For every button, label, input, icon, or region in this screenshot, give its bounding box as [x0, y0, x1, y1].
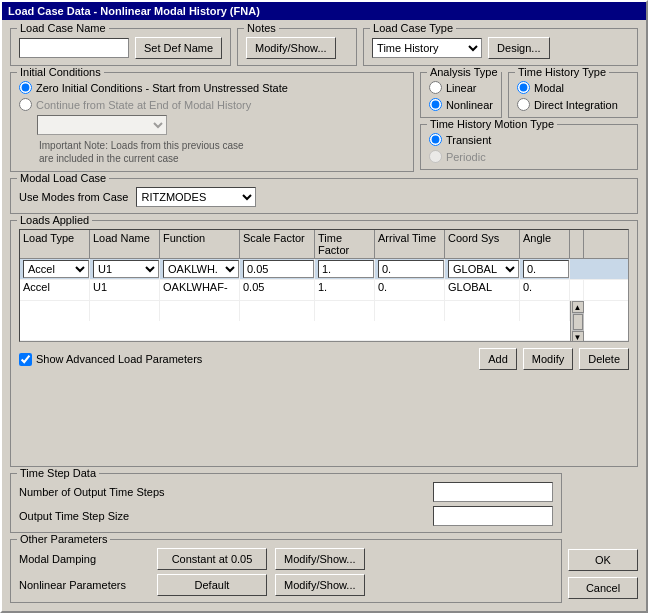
row1-angle-input[interactable] — [523, 260, 569, 278]
modal-label: Modal — [534, 82, 564, 94]
num-steps-label: Number of Output Time Steps — [19, 486, 199, 498]
row1-coord-sys-select[interactable]: GLOBAL — [448, 260, 519, 278]
nonlinear-value-button[interactable]: Default — [157, 574, 267, 596]
ok-button[interactable]: OK — [568, 549, 638, 571]
motion-type-panel: Time History Motion Type Transient Perio… — [420, 124, 638, 170]
row2-load-type: Accel — [20, 280, 90, 300]
empty-row: ▲ ▼ — [20, 301, 628, 341]
direct-integration-label: Direct Integration — [534, 99, 618, 111]
table-row: Accel U1 OAKLWHAF- 0.05 1. 0. GLOBAL 0. — [20, 280, 628, 301]
row1-function: OAKLWH. — [160, 259, 240, 279]
linear-radio[interactable] — [429, 81, 442, 94]
notes-modify-show-button[interactable]: Modify/Show... — [246, 37, 336, 59]
scrollbar: ▲ ▼ — [570, 301, 584, 342]
other-params-panel: Other Parameters Modal Damping Constant … — [10, 539, 562, 603]
step-size-row: Output Time Step Size 5.000E-03 — [19, 506, 553, 526]
modal-load-case-label: Modal Load Case — [17, 172, 109, 184]
row1-load-name-select[interactable]: U1 — [93, 260, 159, 278]
continue-from-radio[interactable] — [19, 98, 32, 111]
row2-scrollbar-space — [570, 280, 584, 300]
initial-conditions-panel: Initial Conditions Zero Initial Conditio… — [10, 72, 414, 172]
load-case-type-select[interactable]: Time History Static Modal — [372, 38, 482, 58]
notes-panel: Notes Modify/Show... — [237, 28, 357, 66]
main-window: Load Case Data - Nonlinear Modal History… — [0, 0, 648, 613]
transient-label: Transient — [446, 134, 491, 146]
col-function: Function — [160, 230, 240, 258]
row2-angle: 0. — [520, 280, 570, 300]
load-case-name-panel: Load Case Name NL-OAKLANDM Set Def Name — [10, 28, 231, 66]
row2-load-name: U1 — [90, 280, 160, 300]
row1-load-type: Accel — [20, 259, 90, 279]
modal-radio[interactable] — [517, 81, 530, 94]
row2-arrival-time: 0. — [375, 280, 445, 300]
step-size-input[interactable]: 5.000E-03 — [433, 506, 553, 526]
nonlinear-label: Nonlinear — [446, 99, 493, 111]
modal-load-case-select[interactable]: RITZMODES — [136, 187, 256, 207]
row1-function-select[interactable]: OAKLWH. — [163, 260, 239, 278]
col-coord-sys: Coord Sys — [445, 230, 520, 258]
periodic-radio[interactable] — [429, 150, 442, 163]
window-title: Load Case Data - Nonlinear Modal History… — [8, 5, 260, 17]
scrollbar-up-arrow[interactable]: ▲ — [572, 301, 584, 313]
row1-time-factor — [315, 259, 375, 279]
row1-arrival-time-input[interactable] — [378, 260, 444, 278]
time-step-label: Time Step Data — [17, 467, 99, 479]
zero-initial-radio[interactable] — [19, 81, 32, 94]
continue-from-label: Continue from State at End of Modal Hist… — [36, 99, 251, 111]
row2-time-factor: 1. — [315, 280, 375, 300]
notes-label: Notes — [244, 22, 279, 34]
loads-applied-panel: Loads Applied Load Type Load Name Functi… — [10, 220, 638, 467]
show-advanced-container: Show Advanced Load Parameters — [19, 353, 202, 366]
ok-cancel-panel: OK Cancel — [568, 473, 638, 603]
cancel-button[interactable]: Cancel — [568, 577, 638, 599]
motion-type-label: Time History Motion Type — [427, 118, 557, 130]
scrollbar-thumb[interactable] — [573, 314, 583, 330]
row2-function: OAKLWHAF- — [160, 280, 240, 300]
add-button[interactable]: Add — [479, 348, 517, 370]
modal-load-case-panel: Modal Load Case Use Modes from Case RITZ… — [10, 178, 638, 214]
analysis-type-panel: Analysis Type Linear Nonlinear — [420, 72, 502, 118]
row1-scale-factor-input[interactable] — [243, 260, 314, 278]
time-history-type-label: Time History Type — [515, 66, 609, 78]
modal-history-select[interactable] — [37, 115, 167, 135]
table-row: Accel U1 OAKLWH. — [20, 259, 628, 280]
show-advanced-label: Show Advanced Load Parameters — [36, 353, 202, 365]
show-advanced-checkbox[interactable] — [19, 353, 32, 366]
col-load-name: Load Name — [90, 230, 160, 258]
load-case-type-panel: Load Case Type Time History Static Modal… — [363, 28, 638, 66]
row2-scale-factor: 0.05 — [240, 280, 315, 300]
nonlinear-modify-button[interactable]: Modify/Show... — [275, 574, 365, 596]
scrollbar-track — [572, 313, 584, 331]
col-time-factor: Time Factor — [315, 230, 375, 258]
modal-damping-label: Modal Damping — [19, 553, 149, 565]
nonlinear-radio[interactable] — [429, 98, 442, 111]
col-arrival-time: Arrival Time — [375, 230, 445, 258]
initial-conditions-label: Initial Conditions — [17, 66, 104, 78]
time-step-panel: Time Step Data Number of Output Time Ste… — [10, 473, 562, 533]
direct-integration-radio[interactable] — [517, 98, 530, 111]
scrollbar-down-arrow[interactable]: ▼ — [572, 331, 584, 342]
delete-button[interactable]: Delete — [579, 348, 629, 370]
transient-radio[interactable] — [429, 133, 442, 146]
set-def-name-button[interactable]: Set Def Name — [135, 37, 222, 59]
row1-load-name: U1 — [90, 259, 160, 279]
loads-table: Load Type Load Name Function Scale Facto… — [19, 229, 629, 342]
row1-angle — [520, 259, 570, 279]
use-modes-label: Use Modes from Case — [19, 191, 128, 203]
zero-initial-label: Zero Initial Conditions - Start from Uns… — [36, 82, 288, 94]
modal-damping-modify-button[interactable]: Modify/Show... — [275, 548, 365, 570]
row1-coord-sys: GLOBAL — [445, 259, 520, 279]
load-case-name-input[interactable]: NL-OAKLANDM — [19, 38, 129, 58]
design-button[interactable]: Design... — [488, 37, 549, 59]
col-scrollbar-header — [570, 230, 584, 258]
num-steps-row: Number of Output Time Steps 8000 — [19, 482, 553, 502]
col-scale-factor: Scale Factor — [240, 230, 315, 258]
modify-button[interactable]: Modify — [523, 348, 573, 370]
row2-coord-sys: GLOBAL — [445, 280, 520, 300]
time-history-type-panel: Time History Type Modal Direct Integrati… — [508, 72, 638, 118]
row1-time-factor-input[interactable] — [318, 260, 374, 278]
modal-damping-value-button[interactable]: Constant at 0.05 — [157, 548, 267, 570]
row1-load-type-select[interactable]: Accel — [23, 260, 89, 278]
nonlinear-params-row: Nonlinear Parameters Default Modify/Show… — [19, 574, 553, 596]
num-steps-input[interactable]: 8000 — [433, 482, 553, 502]
